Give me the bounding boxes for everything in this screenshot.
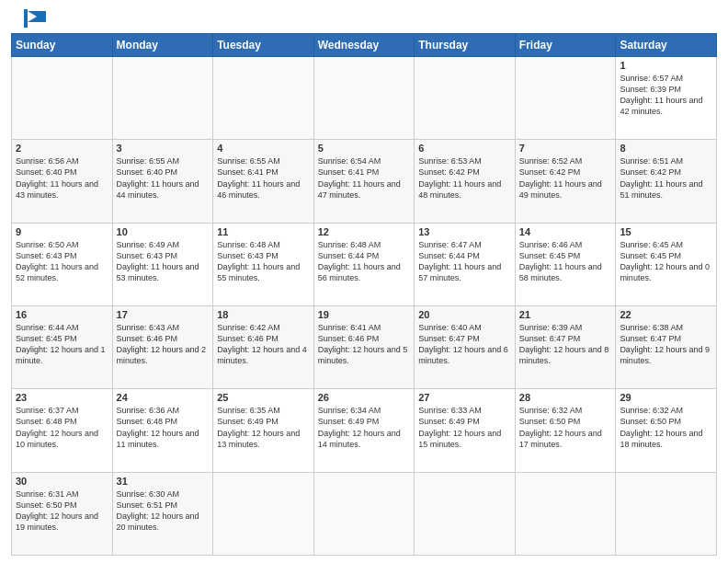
day-info: Sunrise: 6:45 AM Sunset: 6:45 PM Dayligh…	[620, 239, 712, 284]
day-cell: 30Sunrise: 6:31 AM Sunset: 6:50 PM Dayli…	[12, 472, 113, 555]
day-info: Sunrise: 6:30 AM Sunset: 6:51 PM Dayligh…	[117, 488, 210, 534]
day-info: Sunrise: 6:33 AM Sunset: 6:49 PM Dayligh…	[418, 405, 511, 450]
day-number: 25	[217, 392, 310, 403]
week-row-1: 1Sunrise: 6:57 AM Sunset: 6:39 PM Daylig…	[12, 57, 717, 140]
week-row-3: 9Sunrise: 6:50 AM Sunset: 6:43 PM Daylig…	[12, 223, 717, 305]
day-cell: 26Sunrise: 6:34 AM Sunset: 6:49 PM Dayli…	[313, 389, 415, 472]
week-row-6: 30Sunrise: 6:31 AM Sunset: 6:50 PM Dayli…	[12, 472, 717, 555]
day-number: 30	[16, 476, 108, 487]
day-number: 19	[318, 309, 411, 320]
day-number: 7	[519, 143, 612, 154]
day-number: 16	[16, 309, 108, 320]
day-info: Sunrise: 6:42 AM Sunset: 6:46 PM Dayligh…	[217, 322, 310, 367]
day-number: 8	[620, 143, 712, 154]
day-number: 27	[418, 392, 511, 403]
day-info: Sunrise: 6:52 AM Sunset: 6:42 PM Dayligh…	[519, 155, 612, 201]
day-cell: 21Sunrise: 6:39 AM Sunset: 6:47 PM Dayli…	[515, 305, 616, 388]
day-number: 20	[418, 309, 511, 320]
weekday-tuesday: Tuesday	[213, 34, 314, 57]
day-info: Sunrise: 6:39 AM Sunset: 6:47 PM Dayligh…	[519, 322, 612, 367]
day-number: 23	[16, 392, 108, 403]
day-cell	[415, 57, 516, 140]
day-number: 10	[117, 226, 210, 237]
day-number: 4	[217, 143, 310, 154]
day-cell: 16Sunrise: 6:44 AM Sunset: 6:45 PM Dayli…	[12, 305, 113, 388]
day-cell	[213, 472, 314, 555]
page: SundayMondayTuesdayWednesdayThursdayFrid…	[0, 0, 728, 563]
day-cell: 2Sunrise: 6:56 AM Sunset: 6:40 PM Daylig…	[12, 140, 113, 223]
day-info: Sunrise: 6:32 AM Sunset: 6:50 PM Dayligh…	[519, 405, 612, 450]
day-info: Sunrise: 6:35 AM Sunset: 6:49 PM Dayligh…	[217, 405, 310, 450]
day-info: Sunrise: 6:36 AM Sunset: 6:48 PM Dayligh…	[117, 405, 210, 450]
day-info: Sunrise: 6:34 AM Sunset: 6:49 PM Dayligh…	[318, 405, 411, 450]
day-cell: 13Sunrise: 6:47 AM Sunset: 6:44 PM Dayli…	[415, 223, 516, 305]
day-number: 22	[620, 309, 712, 320]
day-info: Sunrise: 6:49 AM Sunset: 6:43 PM Dayligh…	[117, 239, 210, 284]
top-header	[11, 9, 717, 28]
logo	[11, 9, 57, 28]
day-cell: 18Sunrise: 6:42 AM Sunset: 6:46 PM Dayli…	[213, 305, 314, 388]
day-cell: 22Sunrise: 6:38 AM Sunset: 6:47 PM Dayli…	[616, 305, 717, 388]
weekday-friday: Friday	[515, 34, 616, 57]
day-cell: 25Sunrise: 6:35 AM Sunset: 6:49 PM Dayli…	[213, 389, 314, 472]
day-cell	[213, 57, 314, 140]
day-cell	[515, 472, 616, 555]
day-info: Sunrise: 6:48 AM Sunset: 6:44 PM Dayligh…	[318, 239, 411, 284]
day-number: 28	[519, 392, 612, 403]
day-cell: 9Sunrise: 6:50 AM Sunset: 6:43 PM Daylig…	[12, 223, 113, 305]
day-info: Sunrise: 6:48 AM Sunset: 6:43 PM Dayligh…	[217, 239, 310, 284]
day-cell	[616, 472, 717, 555]
day-cell: 29Sunrise: 6:32 AM Sunset: 6:50 PM Dayli…	[616, 389, 717, 472]
day-cell: 6Sunrise: 6:53 AM Sunset: 6:42 PM Daylig…	[415, 140, 516, 223]
week-row-2: 2Sunrise: 6:56 AM Sunset: 6:40 PM Daylig…	[12, 140, 717, 223]
day-info: Sunrise: 6:53 AM Sunset: 6:42 PM Dayligh…	[418, 155, 511, 201]
day-cell: 23Sunrise: 6:37 AM Sunset: 6:48 PM Dayli…	[12, 389, 113, 472]
day-number: 1	[620, 60, 712, 71]
day-cell: 12Sunrise: 6:48 AM Sunset: 6:44 PM Dayli…	[313, 223, 415, 305]
day-info: Sunrise: 6:44 AM Sunset: 6:45 PM Dayligh…	[16, 322, 108, 367]
week-row-4: 16Sunrise: 6:44 AM Sunset: 6:45 PM Dayli…	[12, 305, 717, 388]
calendar-body: 1Sunrise: 6:57 AM Sunset: 6:39 PM Daylig…	[12, 57, 717, 556]
day-cell	[313, 57, 415, 140]
day-number: 12	[318, 226, 411, 237]
day-info: Sunrise: 6:50 AM Sunset: 6:43 PM Dayligh…	[16, 239, 108, 284]
day-number: 17	[117, 309, 210, 320]
day-info: Sunrise: 6:40 AM Sunset: 6:47 PM Dayligh…	[418, 322, 511, 367]
day-info: Sunrise: 6:47 AM Sunset: 6:44 PM Dayligh…	[418, 239, 511, 284]
day-cell	[112, 57, 213, 140]
svg-rect-2	[24, 9, 28, 28]
weekday-wednesday: Wednesday	[313, 34, 415, 57]
day-cell: 15Sunrise: 6:45 AM Sunset: 6:45 PM Dayli…	[616, 223, 717, 305]
day-number: 13	[418, 226, 511, 237]
day-cell: 28Sunrise: 6:32 AM Sunset: 6:50 PM Dayli…	[515, 389, 616, 472]
calendar-table: SundayMondayTuesdayWednesdayThursdayFrid…	[11, 33, 717, 556]
weekday-saturday: Saturday	[616, 34, 717, 57]
day-cell: 27Sunrise: 6:33 AM Sunset: 6:49 PM Dayli…	[415, 389, 516, 472]
day-info: Sunrise: 6:41 AM Sunset: 6:46 PM Dayligh…	[318, 322, 411, 367]
day-cell: 24Sunrise: 6:36 AM Sunset: 6:48 PM Dayli…	[112, 389, 213, 472]
day-info: Sunrise: 6:37 AM Sunset: 6:48 PM Dayligh…	[16, 405, 108, 450]
day-cell: 11Sunrise: 6:48 AM Sunset: 6:43 PM Dayli…	[213, 223, 314, 305]
day-cell: 5Sunrise: 6:54 AM Sunset: 6:41 PM Daylig…	[313, 140, 415, 223]
day-number: 15	[620, 226, 712, 237]
day-number: 24	[117, 392, 210, 403]
day-cell: 1Sunrise: 6:57 AM Sunset: 6:39 PM Daylig…	[616, 57, 717, 140]
day-number: 3	[117, 143, 210, 154]
day-cell: 8Sunrise: 6:51 AM Sunset: 6:42 PM Daylig…	[616, 140, 717, 223]
logo-icon	[11, 9, 57, 28]
day-number: 2	[16, 143, 108, 154]
day-info: Sunrise: 6:51 AM Sunset: 6:42 PM Dayligh…	[620, 155, 712, 201]
day-number: 6	[418, 143, 511, 154]
day-cell: 3Sunrise: 6:55 AM Sunset: 6:40 PM Daylig…	[112, 140, 213, 223]
day-number: 11	[217, 226, 310, 237]
day-info: Sunrise: 6:38 AM Sunset: 6:47 PM Dayligh…	[620, 322, 712, 367]
day-info: Sunrise: 6:55 AM Sunset: 6:41 PM Dayligh…	[217, 155, 310, 201]
day-cell	[515, 57, 616, 140]
day-info: Sunrise: 6:46 AM Sunset: 6:45 PM Dayligh…	[519, 239, 612, 284]
day-cell: 17Sunrise: 6:43 AM Sunset: 6:46 PM Dayli…	[112, 305, 213, 388]
week-row-5: 23Sunrise: 6:37 AM Sunset: 6:48 PM Dayli…	[12, 389, 717, 472]
day-info: Sunrise: 6:43 AM Sunset: 6:46 PM Dayligh…	[117, 322, 210, 367]
day-number: 9	[16, 226, 108, 237]
day-number: 18	[217, 309, 310, 320]
weekday-thursday: Thursday	[415, 34, 516, 57]
